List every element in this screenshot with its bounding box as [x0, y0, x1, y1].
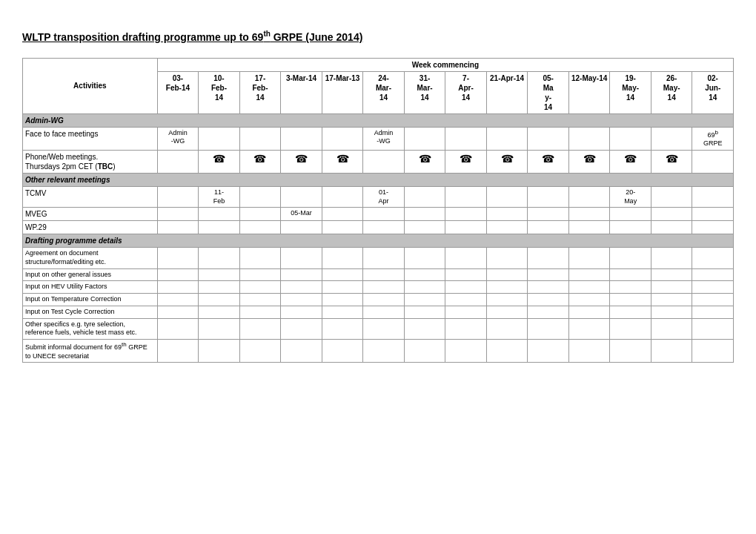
activity-label: Input on other general issues — [23, 268, 158, 281]
cell-mveg-11 — [610, 208, 651, 221]
cell-phone-3: ☎ — [281, 151, 322, 174]
cell-phone-8: ☎ — [486, 151, 528, 174]
col-header-13: 02-Jun-14 — [692, 71, 734, 113]
cell-wp29-12 — [651, 221, 692, 234]
col-header-12: 26-May-14 — [651, 71, 692, 113]
cell-wp29-4 — [322, 221, 363, 234]
activity-label: Submit informal document for 69th GRPE t… — [23, 339, 158, 362]
cell-tcmv-4 — [322, 187, 363, 208]
cell-tcmv-9 — [528, 187, 569, 208]
cell-ftf-7 — [445, 127, 487, 150]
cell-mveg-8 — [486, 208, 528, 221]
activity-label: Phone/Web meetings.Thursdays 2pm CET (TB… — [23, 151, 158, 174]
cell-ftf-9 — [528, 127, 569, 150]
cell-tcmv-8 — [486, 187, 528, 208]
page-title: WLTP transposition drafting programme up… — [22, 30, 734, 43]
col-header-3: 3-Mar-14 — [281, 71, 322, 113]
activity-label: Input on Test Cycle Correction — [23, 306, 158, 318]
cell-ftf-5: Admin-WG — [363, 127, 405, 150]
cell-phone-7: ☎ — [445, 151, 487, 174]
cell-phone-9: ☎ — [528, 151, 569, 174]
section-admin-header: Admin-WG — [23, 113, 734, 127]
col-header-10: 12-May-14 — [568, 71, 610, 113]
cell-ftf-8 — [486, 127, 528, 150]
cell-wp29-2 — [239, 221, 281, 234]
cell-mveg-7 — [445, 208, 487, 221]
col-header-11: 19-May-14 — [610, 71, 651, 113]
cell-tcmv-5: 01-Apr — [363, 187, 405, 208]
activity-label: WP.29 — [23, 221, 158, 234]
cell-wp29-8 — [486, 221, 528, 234]
cell-mveg-9 — [528, 208, 569, 221]
cell-tcmv-11: 20-May — [610, 187, 651, 208]
cell-ftf-12 — [651, 127, 692, 150]
cell-phone-4: ☎ — [322, 151, 363, 174]
section-other-header: Other relevant meetings — [23, 174, 734, 187]
cell-mveg-6 — [404, 208, 445, 221]
cell-phone-11: ☎ — [610, 151, 651, 174]
cell-wp29-5 — [363, 221, 405, 234]
activity-label: Other specifics e.g. tyre selection, ref… — [23, 318, 158, 339]
table-row: Phone/Web meetings.Thursdays 2pm CET (TB… — [23, 151, 734, 174]
cell-phone-10: ☎ — [568, 151, 610, 174]
cell-ftf-13: 69bGRPE — [692, 127, 734, 150]
cell-mveg-1 — [199, 208, 240, 221]
activity-label: Agreement on document structure/format/e… — [23, 248, 158, 268]
cell-wp29-11 — [610, 221, 651, 234]
col-header-6: 31-Mar-14 — [404, 71, 445, 113]
cell-tcmv-6 — [404, 187, 445, 208]
cell-ftf-4 — [322, 127, 363, 150]
table-row: Input on Temperature Correction — [23, 294, 734, 306]
cell-wp29-1 — [199, 221, 240, 234]
col-header-2: 17-Feb-14 — [239, 71, 281, 113]
table-row: Submit informal document for 69th GRPE t… — [23, 339, 734, 362]
activity-label: Input on HEV Utility Factors — [23, 281, 158, 294]
table-row: Agreement on document structure/format/e… — [23, 248, 734, 268]
cell-tcmv-2 — [239, 187, 281, 208]
cell-phone-12: ☎ — [651, 151, 692, 174]
cell-wp29-7 — [445, 221, 487, 234]
cell-mveg-4 — [322, 208, 363, 221]
activities-header: Activities — [23, 58, 158, 113]
cell-tcmv-10 — [568, 187, 610, 208]
cell-tcmv-13 — [692, 187, 734, 208]
cell-mveg-13 — [692, 208, 734, 221]
col-header-7: 7-Apr-14 — [445, 71, 487, 113]
cell-phone-2: ☎ — [239, 151, 281, 174]
cell-wp29-3 — [281, 221, 322, 234]
cell-wp29-0 — [157, 221, 199, 234]
cell-phone-6: ☎ — [404, 151, 445, 174]
cell-ftf-3 — [281, 127, 322, 150]
cell-wp29-13 — [692, 221, 734, 234]
cell-ftf-1 — [199, 127, 240, 150]
cell-mveg-2 — [239, 208, 281, 221]
activity-label: Face to face meetings — [23, 127, 158, 150]
table-row: Input on other general issues — [23, 268, 734, 281]
col-header-5: 24-Mar-14 — [363, 71, 405, 113]
col-header-8: 21-Apr-14 — [486, 71, 528, 113]
cell-ftf-0: Admin-WG — [157, 127, 199, 150]
cell-phone-5 — [363, 151, 405, 174]
cell-phone-13 — [692, 151, 734, 174]
cell-wp29-10 — [568, 221, 610, 234]
cell-tcmv-3 — [281, 187, 322, 208]
activity-label: TCMV — [23, 187, 158, 208]
table-row: TCMV 11-Feb 01-Apr 20-May — [23, 187, 734, 208]
cell-tcmv-7 — [445, 187, 487, 208]
schedule-table: Activities Week commencing 03-Feb-14 10-… — [22, 58, 734, 363]
cell-wp29-9 — [528, 221, 569, 234]
table-row: Other specifics e.g. tyre selection, ref… — [23, 318, 734, 339]
col-header-0: 03-Feb-14 — [157, 71, 199, 113]
cell-phone-0 — [157, 151, 199, 174]
cell-tcmv-0 — [157, 187, 199, 208]
cell-tcmv-12 — [651, 187, 692, 208]
cell-ftf-2 — [239, 127, 281, 150]
cell-mveg-12 — [651, 208, 692, 221]
activity-label: MVEG — [23, 208, 158, 221]
section-drafting-header: Drafting programme details — [23, 234, 734, 248]
cell-wp29-6 — [404, 221, 445, 234]
table-row: Face to face meetings Admin-WG Admin-WG … — [23, 127, 734, 150]
table-row: WP.29 — [23, 221, 734, 234]
col-header-4: 17-Mar-13 — [322, 71, 363, 113]
table-row: Input on Test Cycle Correction — [23, 306, 734, 318]
